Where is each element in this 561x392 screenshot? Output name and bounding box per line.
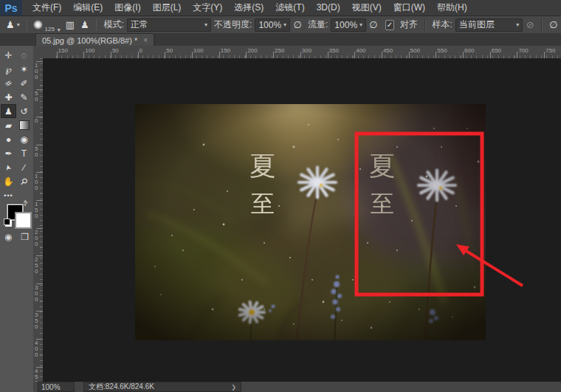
brush-preset-picker[interactable]: 125 ▾ bbox=[31, 17, 62, 33]
line-tool[interactable]: ∕ bbox=[16, 160, 32, 174]
chevron-right-icon: ❯ bbox=[231, 384, 236, 391]
document-tab[interactable]: 05.jpg @ 100%(RGB/8#) * × bbox=[35, 33, 154, 47]
more-tools-button[interactable]: ••• bbox=[1, 188, 16, 202]
menu-item-image[interactable]: 图像(I) bbox=[109, 0, 146, 16]
marquee-tool[interactable]: ◌ bbox=[16, 48, 32, 62]
line-icon: ∕ bbox=[23, 163, 24, 172]
menu-item-view[interactable]: 视图(V) bbox=[346, 0, 388, 16]
photoshop-window: Ps 文件(F) 编辑(E) 图像(I) 图层(L) 文字(Y) 选择(S) 滤… bbox=[0, 0, 561, 392]
flow-label: 流量: bbox=[308, 18, 328, 31]
brush-tool[interactable]: ✎ bbox=[16, 90, 32, 104]
document-tab-title: 05.jpg @ 100%(RGB/8#) * bbox=[42, 36, 137, 45]
menu-item-3d[interactable]: 3D(D) bbox=[311, 0, 346, 16]
hand-tool[interactable]: ✋ bbox=[1, 174, 16, 188]
chevron-down-icon: ▾ bbox=[359, 21, 362, 28]
dodge-tool[interactable]: ◉ bbox=[16, 132, 32, 146]
blur-tool[interactable]: ● bbox=[1, 132, 16, 146]
menu-item-filter[interactable]: 滤镜(T) bbox=[269, 0, 310, 16]
magic-wand-tool[interactable]: ✶ bbox=[16, 62, 32, 76]
clone-stamp-icon: ♟ bbox=[4, 107, 13, 116]
mode-select[interactable]: 正常 ▾ bbox=[127, 18, 211, 32]
menu-item-window[interactable]: 窗口(W) bbox=[388, 0, 431, 16]
type-icon: T bbox=[21, 149, 27, 158]
opacity-value: 100% bbox=[258, 20, 281, 30]
menu-item-edit[interactable]: 编辑(E) bbox=[67, 0, 109, 16]
zoom-level-field[interactable]: 100% bbox=[38, 382, 75, 392]
clone-stamp-icon: ♟ bbox=[6, 19, 15, 30]
tab-close-icon[interactable]: × bbox=[143, 36, 148, 44]
opacity-pressure-button[interactable]: ∅ bbox=[291, 18, 304, 32]
chevron-down-icon: ▾ bbox=[17, 21, 20, 28]
document-info[interactable]: 文档:824.6K/824.6K ❯ bbox=[83, 382, 241, 392]
gradient-icon bbox=[19, 120, 30, 130]
sample-select[interactable]: 当前图层 ▾ bbox=[455, 18, 523, 32]
toolbox-footer: ◉ ❐ bbox=[0, 232, 33, 242]
healing-brush-icon: ✚ bbox=[4, 93, 12, 102]
brush-icon: ✎ bbox=[20, 93, 27, 102]
magic-wand-icon: ✶ bbox=[20, 65, 27, 74]
clone-source-icon: ♟ bbox=[80, 19, 89, 30]
gradient-tool[interactable] bbox=[16, 118, 32, 132]
clone-source-panel-button[interactable]: ♟ bbox=[78, 18, 92, 32]
eraser-tool[interactable]: ▰ bbox=[1, 118, 16, 132]
tool-preset-picker[interactable]: ♟ ▾ bbox=[0, 19, 23, 30]
clone-stamp-tool[interactable]: ♟ bbox=[1, 104, 16, 118]
path-selection-tool[interactable]: ➤ bbox=[1, 160, 16, 174]
eyedropper-icon: ✐ bbox=[20, 79, 27, 88]
flow-select[interactable]: 100% ▾ bbox=[331, 18, 366, 32]
ignore-adjustment-layers-button[interactable]: ⊘ bbox=[523, 18, 537, 32]
airbrush-button[interactable]: ∅ bbox=[367, 18, 380, 32]
pen-pressure-icon: ∅ bbox=[549, 19, 557, 30]
brush-preview-icon bbox=[33, 20, 43, 30]
chevron-down-icon: ▾ bbox=[516, 21, 519, 28]
lasso-tool[interactable]: ℘ bbox=[1, 62, 16, 76]
menu-item-select[interactable]: 选择(S) bbox=[228, 0, 269, 16]
healing-brush-tool[interactable]: ✚ bbox=[1, 90, 16, 104]
eyedropper-tool[interactable]: ✐ bbox=[16, 76, 32, 90]
photo: 夏 至 夏 至 bbox=[50, 58, 561, 382]
ellipsis-icon: ••• bbox=[4, 192, 13, 199]
hand-icon: ✋ bbox=[3, 177, 14, 186]
eraser-icon: ▰ bbox=[5, 121, 12, 130]
selection-arrow-icon: ➤ bbox=[4, 163, 13, 171]
screen-mode-button[interactable]: ❐ bbox=[21, 232, 29, 242]
flow-value: 100% bbox=[334, 20, 357, 30]
mode-value: 正常 bbox=[131, 18, 148, 31]
menu-item-file[interactable]: 文件(F) bbox=[27, 0, 67, 16]
blur-icon: ● bbox=[6, 135, 11, 144]
chevron-down-icon: ▾ bbox=[204, 21, 207, 28]
opacity-label: 不透明度: bbox=[214, 18, 252, 31]
move-tool[interactable]: ✛ bbox=[1, 48, 16, 62]
aligned-checkbox[interactable]: ✓ bbox=[385, 20, 394, 30]
menu-item-help[interactable]: 帮助(H) bbox=[431, 0, 473, 16]
history-brush-tool[interactable]: ↺ bbox=[16, 104, 32, 118]
pen-icon: ✒ bbox=[4, 149, 12, 158]
circle-slash-icon: ⊘ bbox=[526, 19, 534, 30]
quick-mask-button[interactable]: ◉ bbox=[4, 232, 12, 242]
canvas-area[interactable]: 夏 至 夏 至 bbox=[43, 58, 561, 382]
menu-item-layer[interactable]: 图层(L) bbox=[147, 0, 187, 16]
opacity-select[interactable]: 100% ▾ bbox=[255, 18, 290, 32]
horizontal-ruler: 1501005005010015020025030035040045050055… bbox=[33, 46, 561, 59]
background-color-swatch[interactable] bbox=[15, 212, 32, 229]
color-swatches: ⇄ bbox=[4, 202, 30, 230]
zoom-tool[interactable]: ⚲ bbox=[16, 174, 32, 188]
status-bar: 100% 文档:824.6K/824.6K ❯ bbox=[33, 382, 561, 392]
default-colors-icon[interactable] bbox=[4, 219, 10, 225]
type-tool[interactable]: T bbox=[16, 146, 32, 160]
pen-pressure-icon: ∅ bbox=[293, 19, 301, 30]
aligned-label: 对齐 bbox=[400, 18, 418, 31]
sample-value: 当前图层 bbox=[459, 18, 495, 31]
vertical-ruler: 10050050100150200250300350400450500 bbox=[33, 58, 44, 382]
history-brush-icon: ↺ bbox=[20, 107, 27, 116]
menu-item-type[interactable]: 文字(Y) bbox=[187, 0, 228, 16]
size-pressure-button[interactable]: ∅ bbox=[547, 18, 560, 32]
crop-tool[interactable]: # bbox=[1, 76, 16, 90]
divider bbox=[96, 18, 97, 31]
zoom-icon: ⚲ bbox=[18, 176, 30, 187]
divider bbox=[424, 18, 426, 31]
toggle-brush-panel-button[interactable]: ▥ bbox=[63, 18, 77, 32]
chevron-down-icon: ▾ bbox=[58, 27, 61, 33]
mode-label: 模式: bbox=[103, 18, 123, 31]
pen-tool[interactable]: ✒ bbox=[1, 146, 16, 160]
